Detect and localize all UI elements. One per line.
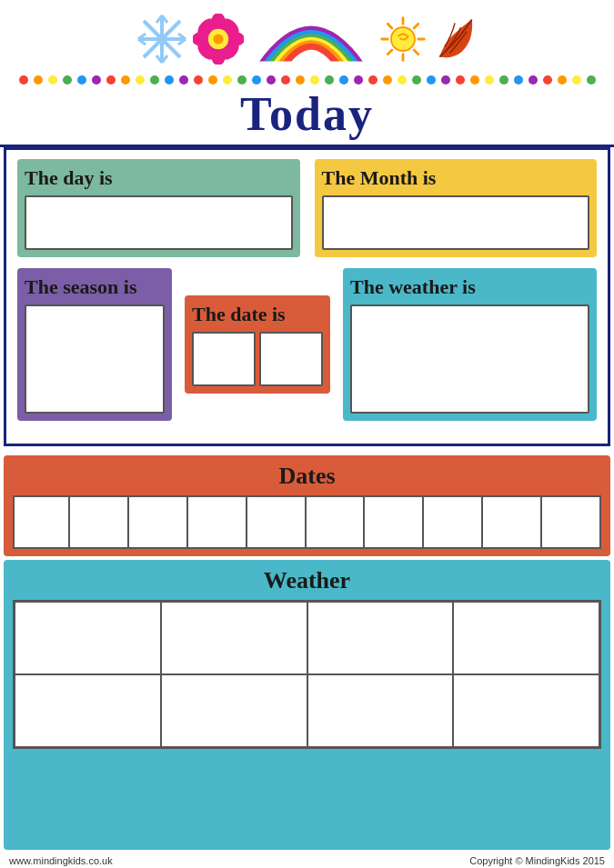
flower-icon: [193, 14, 244, 65]
weather-section: The weather is: [343, 268, 597, 421]
decorative-dot: [383, 75, 392, 85]
leaf-icon: [431, 15, 480, 64]
season-label: The season is: [25, 275, 165, 299]
weather-cell[interactable]: [307, 602, 454, 674]
date-label: The date is: [192, 303, 323, 326]
date-cell[interactable]: [251, 497, 307, 547]
decorative-dot: [543, 75, 552, 85]
row2: The season is The date is The weather is: [17, 268, 597, 421]
decorative-dot: [558, 75, 567, 85]
date-cell[interactable]: [192, 497, 247, 547]
header: Today: [0, 0, 614, 147]
weather-cell[interactable]: [453, 602, 599, 674]
date-cell[interactable]: [74, 497, 129, 547]
date-section: The date is: [185, 295, 330, 394]
decorative-dot: [310, 75, 319, 85]
decorative-dot: [252, 75, 261, 85]
weather-cell[interactable]: [453, 674, 599, 747]
main-content: The day is The Month is The season is Th…: [4, 147, 610, 446]
svg-rect-23: [251, 62, 370, 72]
decorative-dot: [281, 75, 290, 85]
decorative-dot: [412, 75, 421, 85]
snowflake-icon: [135, 12, 189, 66]
decorative-dot: [528, 75, 538, 85]
header-decorations: [9, 7, 605, 71]
weather-cell[interactable]: [15, 602, 161, 674]
decorative-dot: [63, 75, 72, 85]
day-box[interactable]: [25, 195, 293, 250]
decorative-dot: [48, 75, 57, 85]
decorative-dot: [587, 75, 596, 85]
decorative-dot: [296, 75, 305, 85]
date-box-left[interactable]: [192, 332, 256, 386]
weather-section-bottom: Weather: [4, 560, 610, 850]
decorative-dot: [92, 75, 101, 85]
decorative-dot: [572, 75, 581, 85]
decorative-dot: [237, 75, 247, 85]
decorative-dot: [150, 75, 159, 85]
decorative-dot: [427, 75, 436, 85]
date-cell[interactable]: [487, 497, 542, 547]
weather-cell[interactable]: [161, 674, 307, 747]
svg-point-12: [158, 35, 166, 43]
footer: www.mindingkids.co.uk Copyright © Mindin…: [0, 853, 614, 868]
month-section: The Month is: [315, 159, 598, 257]
decorative-dot: [77, 75, 86, 85]
decorative-dot: [325, 75, 334, 85]
decorative-dot: [485, 75, 494, 85]
row1: The day is The Month is: [17, 159, 597, 257]
weather-cell[interactable]: [307, 674, 454, 747]
svg-line-31: [414, 24, 418, 28]
weather-box[interactable]: [350, 304, 589, 414]
date-cell[interactable]: [133, 497, 188, 547]
dates-title: Dates: [13, 463, 601, 490]
decorative-dot: [179, 75, 188, 85]
decorative-dot: [354, 75, 363, 85]
page: Today The day is The Month is The season…: [0, 0, 614, 868]
weather-cell[interactable]: [15, 674, 161, 747]
dates-section: Dates: [4, 455, 610, 556]
day-label: The day is: [25, 166, 293, 190]
month-box[interactable]: [322, 195, 590, 250]
decorative-dot: [514, 75, 523, 85]
date-box-right[interactable]: [259, 332, 323, 386]
decorative-dot: [368, 75, 377, 85]
decorative-dot: [456, 75, 465, 85]
season-section: The season is: [17, 268, 172, 421]
decorative-dot: [136, 75, 145, 85]
sun-icon: [378, 15, 428, 64]
footer-left: www.mindingkids.co.uk: [9, 855, 113, 866]
weather-label: The weather is: [350, 275, 589, 299]
date-boxes: [192, 332, 323, 386]
decorative-dot: [34, 75, 43, 85]
decorative-dot: [470, 75, 479, 85]
svg-line-30: [414, 50, 418, 55]
weather-title: Weather: [13, 567, 601, 594]
weather-cell[interactable]: [161, 602, 307, 674]
date-cell[interactable]: [428, 497, 483, 547]
decorative-dot: [106, 75, 116, 85]
decorative-dot: [223, 75, 232, 85]
svg-line-29: [388, 24, 392, 28]
date-cell[interactable]: [368, 497, 424, 547]
decorative-dot: [441, 75, 450, 85]
date-cell[interactable]: [310, 497, 366, 547]
svg-point-22: [213, 34, 223, 44]
season-box[interactable]: [25, 304, 165, 414]
date-cell[interactable]: [15, 497, 70, 547]
footer-right: Copyright © MindingKids 2015: [469, 855, 605, 866]
decorative-dot: [398, 75, 407, 85]
rainbow-icon: [247, 7, 375, 71]
title-row: Today: [9, 87, 605, 141]
weather-grid: [13, 600, 601, 749]
decorative-dot: [165, 75, 174, 85]
month-label: The Month is: [322, 166, 590, 190]
decorative-dots: [9, 73, 605, 87]
svg-line-32: [388, 50, 392, 55]
day-section: The day is: [17, 159, 300, 257]
date-cell[interactable]: [546, 497, 599, 547]
decorative-dot: [194, 75, 203, 85]
decorative-dot: [499, 75, 508, 85]
decorative-dot: [121, 75, 130, 85]
decorative-dot: [19, 75, 28, 85]
